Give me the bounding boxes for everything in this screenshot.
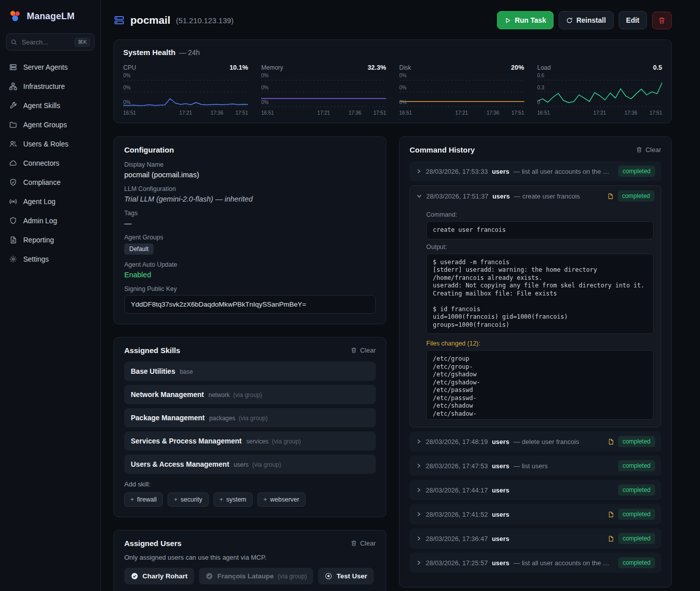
- history-row-toggle[interactable]: 28/03/2026, 17:48:19 users — delete user…: [410, 431, 661, 452]
- run-task-button[interactable]: Run Task: [497, 11, 554, 29]
- sidebar-item-users-roles[interactable]: Users & Roles: [0, 134, 101, 154]
- trash-icon: [351, 540, 357, 547]
- skill-row-base-utilities[interactable]: Base Utilities base: [124, 362, 376, 381]
- trash-icon: [351, 347, 357, 354]
- files-changed-label: Files changed (12):: [426, 340, 654, 347]
- sidebar-item-agent-log[interactable]: Agent Log: [0, 192, 101, 211]
- sidebar-item-label: Users & Roles: [23, 140, 68, 148]
- reinstall-button[interactable]: Reinstall: [559, 11, 613, 29]
- add-skill-security-button[interactable]: +security: [168, 492, 208, 507]
- history-row-toggle[interactable]: 28/03/2026, 17:51:37 users — create user…: [410, 186, 661, 206]
- edit-button[interactable]: Edit: [619, 11, 647, 29]
- add-skill-label: Add skill:: [124, 480, 376, 488]
- chevron-right-icon: [416, 168, 422, 174]
- sidebar-item-server-agents[interactable]: Server Agents: [0, 58, 101, 77]
- clear-history-button[interactable]: Clear: [636, 146, 661, 154]
- sidebar-item-settings[interactable]: Settings: [0, 250, 101, 269]
- metric-value: 32.3%: [368, 64, 386, 71]
- history-row-expanded: 28/03/2026, 17:51:37 users — create user…: [410, 185, 661, 427]
- history-row-toggle[interactable]: 28/03/2026, 17:47:53 users — list users …: [410, 456, 661, 476]
- sidebar-item-agent-skills[interactable]: Agent Skills: [0, 96, 101, 115]
- trash-icon: [658, 17, 666, 24]
- report-icon: [9, 236, 17, 244]
- history-row-toggle[interactable]: 28/03/2026, 17:41:52 users completed: [410, 504, 661, 524]
- refresh-icon: [566, 17, 573, 24]
- group-chip-default: Default: [124, 243, 154, 255]
- search-icon: [11, 39, 17, 45]
- assigned-users-panel: Assigned Users Clear Only assigned users…: [114, 530, 386, 591]
- x-tick: 17:36: [348, 110, 361, 116]
- server-icon: [114, 15, 125, 26]
- cpu-chart: CPU 10.1% 0% 0% 0% 16:51 17:21 17:36 17:…: [123, 64, 248, 117]
- history-row-toggle[interactable]: 28/03/2026, 17:53:33 users — list all us…: [410, 161, 661, 181]
- trash-icon: [636, 146, 642, 153]
- metric-value: 10.1%: [229, 64, 248, 71]
- assigned-skills-panel: Assigned Skills Clear Base Utilities bas…: [114, 337, 386, 517]
- y-tick: 0%: [399, 85, 407, 90]
- plus-icon: +: [220, 496, 223, 503]
- main-content: pocmail (51.210.123.139) Run Task Reinst…: [101, 0, 700, 591]
- output-label: Output:: [426, 243, 654, 251]
- metric-name: Disk: [399, 64, 411, 71]
- user-chip-charly-rohart[interactable]: Charly Rohart: [124, 568, 194, 584]
- sidebar-search[interactable]: ⌘K: [6, 33, 94, 51]
- clear-users-button[interactable]: Clear: [351, 539, 376, 547]
- skill-row-package-management[interactable]: Package Management packages (via group): [124, 408, 376, 427]
- command-label: Command:: [426, 211, 654, 218]
- add-skill-system-button[interactable]: +system: [214, 492, 253, 507]
- app-logo[interactable]: ManageLM: [0, 0, 101, 33]
- sidebar-item-agent-groups[interactable]: Agent Groups: [0, 115, 101, 134]
- sidebar-item-infrastructure[interactable]: Infrastructure: [0, 77, 101, 96]
- sidebar-item-reporting[interactable]: Reporting: [0, 230, 101, 250]
- sidebar-item-label: Settings: [23, 255, 49, 263]
- user-chip-francois-lataupe[interactable]: François Lataupe (via group): [199, 568, 313, 584]
- y-tick: 0.3: [537, 85, 544, 90]
- history-row-toggle[interactable]: 28/03/2026, 17:25:57 users — list all us…: [410, 553, 661, 573]
- x-tick: 16:51: [537, 110, 550, 116]
- sidebar-item-connectors[interactable]: Connectors: [0, 154, 101, 173]
- delete-agent-button[interactable]: [652, 12, 672, 29]
- x-tick: 17:51: [235, 110, 248, 116]
- sidebar-item-label: Reporting: [23, 236, 54, 244]
- chevron-right-icon: [416, 560, 422, 566]
- add-skill-firewall-button[interactable]: +firewall: [124, 492, 163, 507]
- search-input[interactable]: [21, 38, 71, 46]
- memory-chart: Memory 32.3% 0% 0% 0% 16:51 17:21 17:36 …: [261, 64, 386, 117]
- output-text: $ useradd -m francois [stderr] useradd: …: [426, 254, 654, 334]
- history-row: 28/03/2026, 17:53:33 users — list all us…: [410, 161, 661, 181]
- skill-row-network-management[interactable]: Network Management network (via group): [124, 385, 376, 404]
- add-skill-webserver-button[interactable]: +webserver: [258, 492, 306, 507]
- history-row-toggle[interactable]: 28/03/2026, 17:44:17 users completed: [410, 480, 661, 500]
- search-shortcut: ⌘K: [75, 38, 90, 46]
- assigned-users-title: Assigned Users: [124, 539, 181, 548]
- skill-row-services-process-management[interactable]: Services & Process Management services (…: [124, 431, 376, 451]
- sidebar-item-compliance[interactable]: Compliance: [0, 173, 101, 192]
- chevron-down-icon: [416, 193, 422, 199]
- history-row-toggle[interactable]: 28/03/2026, 17:36:47 users completed: [410, 528, 661, 549]
- sidebar-item-label: Admin Log: [23, 217, 57, 225]
- files-changed-list[interactable]: /etc/group /etc/group- /etc/gshadow /etc…: [426, 350, 654, 420]
- files-changed-icon: [608, 535, 614, 542]
- auto-update-value: Enabled: [124, 271, 376, 279]
- clear-skills-button[interactable]: Clear: [351, 347, 376, 354]
- server-ip: (51.210.123.139): [176, 16, 233, 25]
- history-row: 28/03/2026, 17:41:52 users completed: [410, 504, 661, 524]
- command-history-title: Command History: [410, 145, 475, 154]
- status-badge: completed: [618, 533, 655, 544]
- metric-name: Load: [537, 64, 551, 71]
- assigned-skills-title: Assigned Skills: [124, 346, 180, 355]
- x-tick: 17:21: [317, 110, 330, 116]
- user-chip-test-user[interactable]: Test User: [318, 568, 374, 584]
- x-tick: 17:36: [625, 110, 637, 116]
- y-tick: 0.6: [537, 73, 544, 78]
- x-tick: 16:51: [261, 110, 274, 116]
- x-tick: 17:36: [211, 110, 223, 116]
- files-changed-icon: [608, 511, 614, 518]
- sidebar-item-label: Agent Groups: [23, 121, 67, 129]
- load-chart: Load 0.5 0.6 0.3 0 16:51 17:21 17:36 17:…: [537, 64, 662, 117]
- sidebar-item-admin-log[interactable]: Admin Log: [0, 211, 101, 230]
- page-header: pocmail (51.210.123.139) Run Task Reinst…: [114, 11, 672, 29]
- skill-row-users-access-management[interactable]: Users & Access Management users (via gro…: [124, 455, 376, 474]
- signal-icon: [9, 198, 17, 206]
- metric-value: 20%: [511, 64, 524, 71]
